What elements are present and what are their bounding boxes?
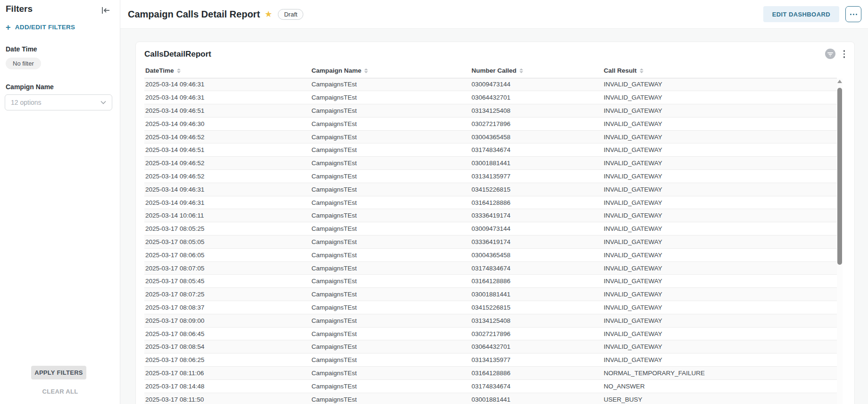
table-row: 2025-03-17 08:05:25CampaignsTEst03009473… (144, 222, 837, 236)
table-cell: CampaignsTEst (310, 301, 470, 314)
filters-title: Filters (6, 4, 33, 14)
table-cell: CampaignsTEst (310, 130, 470, 143)
more-options-button[interactable] (845, 6, 861, 22)
table-cell: CampaignsTEst (310, 196, 470, 209)
table-cell: INVALID_GATEWAY (603, 130, 837, 143)
table-cell: CampaignsTEst (310, 183, 470, 196)
table-cell: 03174834674 (470, 379, 602, 393)
table-cell: 03336419174 (470, 236, 602, 249)
widget-filter-icon[interactable] (825, 48, 836, 59)
table-row: 2025-03-14 09:46:30CampaignsTEst03027217… (144, 117, 837, 130)
column-header-label: DateTime (145, 67, 174, 74)
add-edit-filters-label: ADD/EDIT FILTERS (15, 24, 75, 31)
table-cell: INVALID_GATEWAY (603, 170, 837, 183)
table-row: 2025-03-14 09:46:31CampaignsTEst03415226… (144, 183, 837, 196)
table-row: 2025-03-14 09:46:51CampaignsTEst03134125… (144, 104, 837, 118)
table-cell: 2025-03-17 08:09:00 (144, 314, 310, 327)
table-cell: INVALID_GATEWAY (603, 78, 837, 91)
scrollbar-up-arrow-icon[interactable] (837, 80, 842, 83)
table-cell: 2025-03-17 08:11:06 (144, 367, 310, 380)
sort-icon[interactable] (519, 68, 523, 73)
table-row: 2025-03-17 08:11:06CampaignsTEst03164128… (144, 367, 837, 380)
favorite-star-icon[interactable]: ★ (265, 9, 272, 19)
date-time-filter-chip[interactable]: No filter (6, 58, 41, 69)
table-cell: 2025-03-17 08:06:25 (144, 354, 310, 367)
column-header-campaign-name[interactable]: Campaign Name (310, 64, 470, 78)
table-cell: 2025-03-14 09:46:31 (144, 183, 310, 196)
table-cell: 03134125408 (470, 104, 602, 118)
collapse-sidebar-icon[interactable] (100, 5, 111, 16)
column-header-label: Campaign Name (311, 67, 361, 74)
table-cell: 2025-03-14 09:46:51 (144, 104, 310, 118)
column-header-datetime[interactable]: DateTime (144, 64, 310, 78)
calls-detail-table: DateTimeCampaign NameNumber CalledCall R… (144, 64, 837, 404)
table-row: 2025-03-14 09:46:31CampaignsTEst03064432… (144, 91, 837, 104)
table-cell: CampaignsTEst (310, 117, 470, 130)
table-cell: INVALID_GATEWAY (603, 327, 837, 340)
table-cell: CampaignsTEst (310, 393, 470, 404)
edit-dashboard-button[interactable]: EDIT DASHBOARD (763, 6, 839, 22)
table-cell: 2025-03-17 08:05:25 (144, 222, 310, 236)
table-cell: 2025-03-14 09:46:30 (144, 117, 310, 130)
table-cell: 03164128886 (470, 367, 602, 380)
table-row: 2025-03-14 09:46:31CampaignsTEst03164128… (144, 196, 837, 209)
column-header-number-called[interactable]: Number Called (470, 64, 602, 78)
kebab-dot (850, 14, 851, 15)
table-cell: 03004365458 (470, 130, 602, 143)
table-cell: CampaignsTEst (310, 327, 470, 340)
table-cell: INVALID_GATEWAY (603, 222, 837, 236)
table-cell: 2025-03-17 08:14:48 (144, 379, 310, 393)
add-edit-filters-button[interactable]: + ADD/EDIT FILTERS (6, 24, 75, 31)
widget-title: CallsDetailReport (144, 50, 211, 59)
app-root: Filters + ADD/EDIT FILTERS Date Time No … (0, 0, 868, 404)
table-cell: 2025-03-17 08:06:45 (144, 327, 310, 340)
column-header-call-result[interactable]: Call Result (603, 64, 837, 78)
scrollbar-thumb[interactable] (837, 88, 842, 265)
table-header: DateTimeCampaign NameNumber CalledCall R… (144, 64, 837, 78)
widget-kebab-menu-icon[interactable] (841, 48, 848, 60)
table-cell: 03134125408 (470, 314, 602, 327)
page-title: Campaign Calls Detail Report (128, 9, 260, 20)
table-cell: 03009473144 (470, 222, 602, 236)
table-cell: 2025-03-17 08:05:05 (144, 236, 310, 249)
table-cell: 2025-03-14 10:06:11 (144, 209, 310, 222)
table-cell: NO_ANSWER (603, 379, 837, 393)
filters-sidebar: Filters + ADD/EDIT FILTERS Date Time No … (0, 0, 120, 404)
table-cell: 03174834674 (470, 261, 602, 275)
top-header-bar: Campaign Calls Detail Report ★ Draft EDI… (120, 0, 868, 29)
table-cell: 03164128886 (470, 275, 602, 288)
apply-filters-button[interactable]: APPLY FILTERS (31, 366, 86, 379)
table-cell: CampaignsTEst (310, 222, 470, 236)
table-row: 2025-03-14 09:46:52CampaignsTEst03004365… (144, 130, 837, 143)
table-row: 2025-03-17 08:05:45CampaignsTEst03164128… (144, 275, 837, 288)
sort-icon[interactable] (364, 68, 368, 73)
kebab-dot (856, 14, 857, 15)
status-badge: Draft (278, 9, 303, 20)
table-cell: 2025-03-14 09:46:31 (144, 78, 310, 91)
table-scrollbar[interactable] (837, 78, 843, 404)
table-cell: INVALID_GATEWAY (603, 288, 837, 301)
sort-icon[interactable] (177, 68, 181, 73)
table-cell: CampaignsTEst (310, 143, 470, 157)
topbar-actions: EDIT DASHBOARD (763, 6, 861, 22)
table-row: 2025-03-17 08:08:54CampaignsTEst03064432… (144, 340, 837, 354)
table-cell: INVALID_GATEWAY (603, 209, 837, 222)
table-cell: 03336419174 (470, 209, 602, 222)
table-row: 2025-03-17 08:09:00CampaignsTEst03134125… (144, 314, 837, 327)
clear-all-button[interactable]: CLEAR ALL (0, 388, 120, 395)
campaign-name-select-value: 12 options (11, 99, 42, 106)
collapse-sidebar-glyph (101, 6, 110, 15)
kebab-dot (853, 14, 854, 15)
sort-icon[interactable] (640, 68, 643, 73)
table-cell: INVALID_GATEWAY (603, 183, 837, 196)
table-header-row: DateTimeCampaign NameNumber CalledCall R… (144, 64, 837, 78)
campaign-name-select[interactable]: 12 options (5, 94, 112, 110)
table-cell: 03004365458 (470, 248, 602, 261)
table-cell: CampaignsTEst (310, 157, 470, 170)
table-cell: 03164128886 (470, 196, 602, 209)
table-cell: 03064432701 (470, 340, 602, 354)
table-cell: 03174834674 (470, 143, 602, 157)
table-cell: CampaignsTEst (310, 170, 470, 183)
table-cell: 03027217896 (470, 117, 602, 130)
table-row: 2025-03-14 10:06:11CampaignsTEst03336419… (144, 209, 837, 222)
